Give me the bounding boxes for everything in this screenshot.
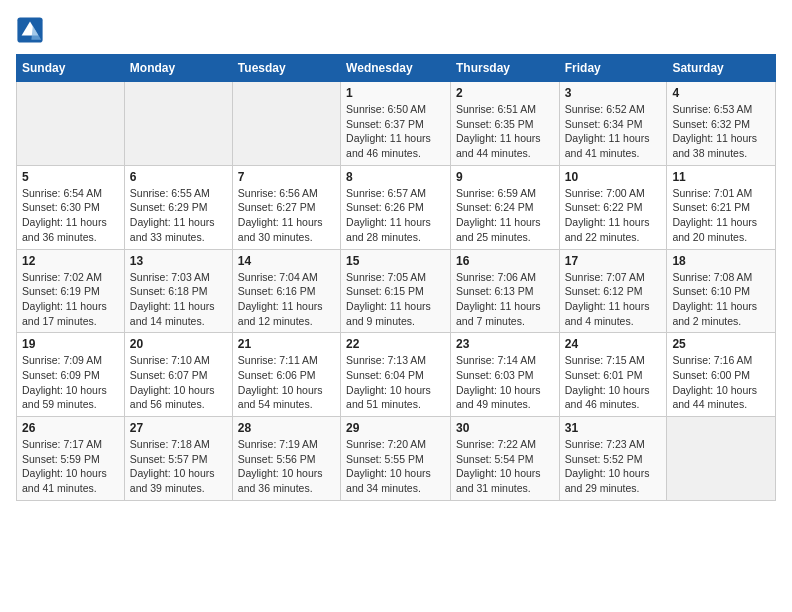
day-number: 17 — [565, 254, 662, 268]
calendar-cell: 21Sunrise: 7:11 AM Sunset: 6:06 PM Dayli… — [232, 333, 340, 417]
calendar-cell: 12Sunrise: 7:02 AM Sunset: 6:19 PM Dayli… — [17, 249, 125, 333]
header-row: SundayMondayTuesdayWednesdayThursdayFrid… — [17, 55, 776, 82]
day-number: 7 — [238, 170, 335, 184]
day-info: Sunrise: 7:19 AM Sunset: 5:56 PM Dayligh… — [238, 437, 335, 496]
calendar-week-5: 26Sunrise: 7:17 AM Sunset: 5:59 PM Dayli… — [17, 417, 776, 501]
day-info: Sunrise: 7:14 AM Sunset: 6:03 PM Dayligh… — [456, 353, 554, 412]
day-number: 9 — [456, 170, 554, 184]
calendar-cell: 16Sunrise: 7:06 AM Sunset: 6:13 PM Dayli… — [450, 249, 559, 333]
calendar-cell — [17, 82, 125, 166]
calendar-week-2: 5Sunrise: 6:54 AM Sunset: 6:30 PM Daylig… — [17, 165, 776, 249]
day-info: Sunrise: 7:09 AM Sunset: 6:09 PM Dayligh… — [22, 353, 119, 412]
day-info: Sunrise: 7:08 AM Sunset: 6:10 PM Dayligh… — [672, 270, 770, 329]
calendar-cell: 28Sunrise: 7:19 AM Sunset: 5:56 PM Dayli… — [232, 417, 340, 501]
calendar-cell — [232, 82, 340, 166]
calendar-cell: 13Sunrise: 7:03 AM Sunset: 6:18 PM Dayli… — [124, 249, 232, 333]
day-header-wednesday: Wednesday — [341, 55, 451, 82]
day-info: Sunrise: 7:13 AM Sunset: 6:04 PM Dayligh… — [346, 353, 445, 412]
calendar-cell: 5Sunrise: 6:54 AM Sunset: 6:30 PM Daylig… — [17, 165, 125, 249]
day-info: Sunrise: 7:18 AM Sunset: 5:57 PM Dayligh… — [130, 437, 227, 496]
calendar-cell: 22Sunrise: 7:13 AM Sunset: 6:04 PM Dayli… — [341, 333, 451, 417]
calendar-cell: 23Sunrise: 7:14 AM Sunset: 6:03 PM Dayli… — [450, 333, 559, 417]
calendar-cell: 26Sunrise: 7:17 AM Sunset: 5:59 PM Dayli… — [17, 417, 125, 501]
calendar-cell: 24Sunrise: 7:15 AM Sunset: 6:01 PM Dayli… — [559, 333, 667, 417]
logo-icon — [16, 16, 44, 44]
calendar-cell: 7Sunrise: 6:56 AM Sunset: 6:27 PM Daylig… — [232, 165, 340, 249]
calendar-cell: 20Sunrise: 7:10 AM Sunset: 6:07 PM Dayli… — [124, 333, 232, 417]
day-info: Sunrise: 7:11 AM Sunset: 6:06 PM Dayligh… — [238, 353, 335, 412]
day-info: Sunrise: 7:16 AM Sunset: 6:00 PM Dayligh… — [672, 353, 770, 412]
calendar-cell — [124, 82, 232, 166]
day-number: 3 — [565, 86, 662, 100]
calendar-table: SundayMondayTuesdayWednesdayThursdayFrid… — [16, 54, 776, 501]
calendar-week-4: 19Sunrise: 7:09 AM Sunset: 6:09 PM Dayli… — [17, 333, 776, 417]
day-header-tuesday: Tuesday — [232, 55, 340, 82]
day-info: Sunrise: 7:15 AM Sunset: 6:01 PM Dayligh… — [565, 353, 662, 412]
calendar-cell: 10Sunrise: 7:00 AM Sunset: 6:22 PM Dayli… — [559, 165, 667, 249]
day-info: Sunrise: 6:53 AM Sunset: 6:32 PM Dayligh… — [672, 102, 770, 161]
day-info: Sunrise: 6:56 AM Sunset: 6:27 PM Dayligh… — [238, 186, 335, 245]
calendar-cell: 8Sunrise: 6:57 AM Sunset: 6:26 PM Daylig… — [341, 165, 451, 249]
day-number: 12 — [22, 254, 119, 268]
calendar-week-3: 12Sunrise: 7:02 AM Sunset: 6:19 PM Dayli… — [17, 249, 776, 333]
day-info: Sunrise: 7:03 AM Sunset: 6:18 PM Dayligh… — [130, 270, 227, 329]
day-number: 23 — [456, 337, 554, 351]
day-header-monday: Monday — [124, 55, 232, 82]
day-info: Sunrise: 6:54 AM Sunset: 6:30 PM Dayligh… — [22, 186, 119, 245]
day-header-saturday: Saturday — [667, 55, 776, 82]
day-number: 4 — [672, 86, 770, 100]
day-info: Sunrise: 7:23 AM Sunset: 5:52 PM Dayligh… — [565, 437, 662, 496]
day-number: 10 — [565, 170, 662, 184]
day-info: Sunrise: 7:01 AM Sunset: 6:21 PM Dayligh… — [672, 186, 770, 245]
day-number: 30 — [456, 421, 554, 435]
day-number: 15 — [346, 254, 445, 268]
day-number: 26 — [22, 421, 119, 435]
day-info: Sunrise: 6:51 AM Sunset: 6:35 PM Dayligh… — [456, 102, 554, 161]
day-number: 21 — [238, 337, 335, 351]
day-info: Sunrise: 7:07 AM Sunset: 6:12 PM Dayligh… — [565, 270, 662, 329]
logo — [16, 16, 48, 44]
calendar-cell: 3Sunrise: 6:52 AM Sunset: 6:34 PM Daylig… — [559, 82, 667, 166]
day-header-thursday: Thursday — [450, 55, 559, 82]
calendar-cell: 6Sunrise: 6:55 AM Sunset: 6:29 PM Daylig… — [124, 165, 232, 249]
calendar-cell: 29Sunrise: 7:20 AM Sunset: 5:55 PM Dayli… — [341, 417, 451, 501]
day-header-sunday: Sunday — [17, 55, 125, 82]
day-info: Sunrise: 7:17 AM Sunset: 5:59 PM Dayligh… — [22, 437, 119, 496]
day-number: 5 — [22, 170, 119, 184]
day-info: Sunrise: 7:05 AM Sunset: 6:15 PM Dayligh… — [346, 270, 445, 329]
day-info: Sunrise: 7:20 AM Sunset: 5:55 PM Dayligh… — [346, 437, 445, 496]
day-number: 2 — [456, 86, 554, 100]
day-info: Sunrise: 6:57 AM Sunset: 6:26 PM Dayligh… — [346, 186, 445, 245]
day-number: 19 — [22, 337, 119, 351]
page-header — [16, 16, 776, 44]
calendar-cell: 9Sunrise: 6:59 AM Sunset: 6:24 PM Daylig… — [450, 165, 559, 249]
day-number: 13 — [130, 254, 227, 268]
day-info: Sunrise: 6:52 AM Sunset: 6:34 PM Dayligh… — [565, 102, 662, 161]
calendar-cell: 27Sunrise: 7:18 AM Sunset: 5:57 PM Dayli… — [124, 417, 232, 501]
calendar-week-1: 1Sunrise: 6:50 AM Sunset: 6:37 PM Daylig… — [17, 82, 776, 166]
calendar-cell: 1Sunrise: 6:50 AM Sunset: 6:37 PM Daylig… — [341, 82, 451, 166]
day-number: 1 — [346, 86, 445, 100]
day-info: Sunrise: 7:10 AM Sunset: 6:07 PM Dayligh… — [130, 353, 227, 412]
day-number: 11 — [672, 170, 770, 184]
day-info: Sunrise: 6:59 AM Sunset: 6:24 PM Dayligh… — [456, 186, 554, 245]
day-info: Sunrise: 6:55 AM Sunset: 6:29 PM Dayligh… — [130, 186, 227, 245]
day-number: 16 — [456, 254, 554, 268]
day-info: Sunrise: 7:04 AM Sunset: 6:16 PM Dayligh… — [238, 270, 335, 329]
day-number: 25 — [672, 337, 770, 351]
day-number: 28 — [238, 421, 335, 435]
day-number: 27 — [130, 421, 227, 435]
calendar-cell: 30Sunrise: 7:22 AM Sunset: 5:54 PM Dayli… — [450, 417, 559, 501]
day-info: Sunrise: 7:00 AM Sunset: 6:22 PM Dayligh… — [565, 186, 662, 245]
calendar-cell: 19Sunrise: 7:09 AM Sunset: 6:09 PM Dayli… — [17, 333, 125, 417]
calendar-cell: 15Sunrise: 7:05 AM Sunset: 6:15 PM Dayli… — [341, 249, 451, 333]
day-number: 24 — [565, 337, 662, 351]
calendar-cell: 4Sunrise: 6:53 AM Sunset: 6:32 PM Daylig… — [667, 82, 776, 166]
day-info: Sunrise: 7:02 AM Sunset: 6:19 PM Dayligh… — [22, 270, 119, 329]
day-number: 14 — [238, 254, 335, 268]
day-header-friday: Friday — [559, 55, 667, 82]
day-info: Sunrise: 7:06 AM Sunset: 6:13 PM Dayligh… — [456, 270, 554, 329]
day-number: 18 — [672, 254, 770, 268]
day-number: 22 — [346, 337, 445, 351]
calendar-cell — [667, 417, 776, 501]
